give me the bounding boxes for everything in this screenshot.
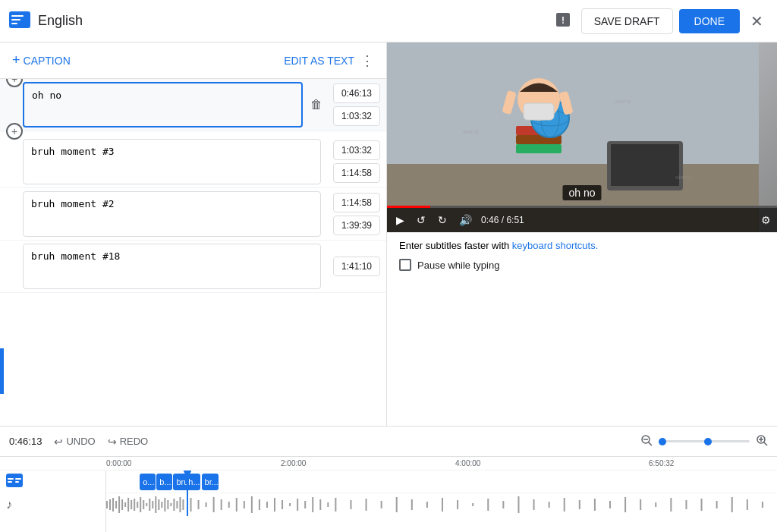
volume-button[interactable]: 🔊 (456, 212, 475, 228)
svg-rect-52 (152, 501, 153, 508)
redo-button[interactable]: ↪ REDO (108, 436, 149, 448)
caption-actions-4 (321, 244, 330, 289)
shortcuts-info: Enter subtitles faster with keyboard sho… (399, 240, 765, 251)
caption-block-2[interactable]: b... (156, 474, 171, 490)
zoom-in-button[interactable] (756, 434, 768, 449)
svg-rect-57 (167, 500, 168, 509)
svg-rect-41 (118, 496, 120, 513)
caption-row-3: bruh moment #2 1:14:58 1:39:39 (0, 188, 386, 241)
zoom-thumb[interactable] (659, 438, 666, 445)
music-note-icon: ♪ (6, 496, 18, 513)
pause-while-typing-checkbox[interactable] (399, 259, 411, 271)
svg-rect-100 (609, 501, 611, 508)
svg-rect-31 (6, 474, 23, 487)
svg-rect-34 (15, 478, 21, 480)
svg-rect-86 (396, 497, 398, 512)
svg-rect-89 (442, 498, 443, 512)
svg-rect-69 (236, 498, 238, 512)
undo-button[interactable]: ↩ UNDO (54, 436, 95, 448)
svg-rect-99 (594, 499, 596, 511)
plus-icon: + (12, 52, 20, 68)
svg-rect-44 (127, 498, 129, 512)
svg-rect-84 (366, 499, 367, 511)
ruler-mark-1: 2:00:00 (281, 459, 306, 467)
closed-captions-icon (6, 474, 23, 487)
video-controls: ▶ ↺ ↻ 🔊 0:46 / 6:51 ⚙ (387, 208, 777, 232)
timeline-tracks: ♪ o... b... bruh... br... (0, 471, 777, 532)
svg-rect-65 (206, 502, 207, 507)
forward-button[interactable]: ↻ (435, 212, 450, 228)
svg-text:alamy: alamy (463, 128, 479, 135)
captions-track-icon (6, 474, 23, 490)
svg-rect-55 (161, 502, 162, 508)
caption-textarea-1[interactable]: oh no (23, 82, 303, 127)
caption-textarea-4[interactable]: bruh moment #18 (23, 244, 321, 289)
play-button[interactable]: ▶ (393, 212, 407, 228)
start-time-button-4[interactable]: 1:41:10 (333, 257, 380, 276)
save-draft-button[interactable]: SAVE DRAFT (581, 8, 673, 34)
svg-rect-88 (426, 502, 428, 508)
svg-rect-49 (143, 500, 144, 509)
video-time-display: 0:46 / 6:51 (481, 215, 755, 225)
timeline-current-time: 0:46:13 (9, 436, 42, 447)
more-options-button[interactable]: ⋮ (360, 52, 374, 69)
start-time-button-3[interactable]: 1:14:58 (333, 193, 380, 212)
caption-item-wrapper-3: bruh moment #2 1:14:58 1:39:39 (0, 188, 386, 241)
timeline-area: 0:46:13 ↩ UNDO ↪ REDO (0, 426, 777, 532)
settings-button[interactable]: ⚙ (761, 214, 771, 226)
end-time-button-1[interactable]: 1:03:32 (333, 106, 380, 126)
close-button[interactable]: ✕ (746, 8, 768, 35)
delete-caption-button-1[interactable]: 🗑 (307, 95, 326, 115)
svg-rect-78 (304, 501, 306, 508)
video-container: alamy alamy alamy oh no ▶ ↺ ↻ 🔊 (387, 42, 777, 232)
time-col-3: 1:14:58 1:39:39 (330, 191, 380, 237)
redo-label: REDO (120, 436, 149, 447)
svg-rect-61 (179, 497, 181, 512)
svg-text:alamy: alamy (615, 98, 631, 105)
done-button[interactable]: DONE (679, 9, 740, 33)
zoom-out-button[interactable] (640, 434, 653, 449)
keyboard-shortcuts-link[interactable]: keyboard shortcuts. (512, 240, 598, 251)
svg-rect-91 (472, 503, 473, 506)
svg-rect-47 (137, 502, 138, 508)
svg-rect-50 (146, 503, 147, 506)
edit-as-text-button[interactable]: EDIT AS TEXT (284, 55, 354, 67)
start-time-button-2[interactable]: 1:03:32 (333, 140, 380, 160)
svg-rect-77 (297, 499, 298, 511)
ruler-mark-3: 6:50:32 (649, 459, 674, 467)
end-time-button-2[interactable]: 1:14:58 (333, 163, 380, 183)
page-title: English (38, 13, 551, 29)
start-time-button-1[interactable]: 0:46:13 (333, 83, 380, 103)
insert-before-button-2[interactable]: + (6, 123, 23, 140)
svg-rect-63 (190, 498, 192, 512)
svg-rect-90 (457, 500, 458, 509)
ruler-mark-2: 4:00:00 (455, 459, 480, 467)
caption-actions-3 (321, 191, 330, 237)
app-logo-icon (9, 11, 30, 30)
video-thumbnail: alamy alamy alamy (387, 42, 759, 232)
svg-rect-60 (176, 501, 178, 508)
end-time-button-3[interactable]: 1:39:39 (333, 216, 380, 235)
svg-rect-68 (228, 502, 230, 508)
svg-rect-106 (701, 499, 703, 511)
svg-rect-58 (170, 503, 171, 506)
timeline-content: o... b... bruh... br... (106, 471, 777, 532)
alert-button[interactable]: ! (551, 8, 575, 34)
caption-block-4[interactable]: br... (202, 474, 219, 490)
rewind-button[interactable]: ↺ (414, 212, 429, 228)
svg-rect-51 (149, 499, 150, 511)
zoom-track[interactable] (659, 440, 750, 442)
caption-textarea-2[interactable]: bruh moment #3 (23, 139, 321, 184)
music-icon: ♪ (6, 496, 18, 510)
time-col-2: 1:03:32 1:14:58 (330, 139, 380, 184)
time-col-1: 0:46:13 1:03:32 (330, 82, 380, 127)
svg-rect-59 (173, 499, 175, 511)
add-caption-button[interactable]: + CAPTION (12, 52, 71, 68)
svg-rect-71 (251, 496, 253, 513)
caption-block-1[interactable]: o... (140, 474, 155, 490)
caption-textarea-3[interactable]: bruh moment #2 (23, 191, 321, 237)
zoom-thumb-mid[interactable] (704, 438, 712, 445)
svg-rect-110 (762, 502, 763, 508)
zoom-in-icon (756, 434, 768, 446)
svg-text:♪: ♪ (6, 498, 12, 510)
